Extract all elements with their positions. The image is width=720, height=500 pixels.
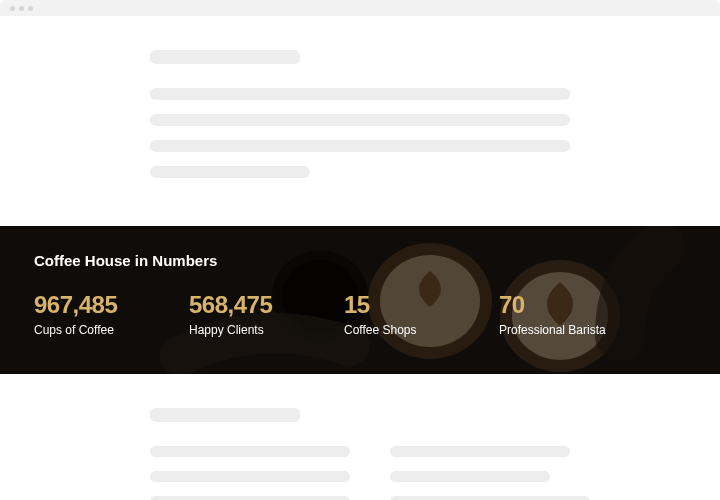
skeleton-top bbox=[0, 16, 720, 226]
stat-cups: 967,485 Cups of Coffee bbox=[34, 291, 189, 337]
stat-value: 967,485 bbox=[34, 291, 159, 319]
skeleton-line bbox=[150, 88, 570, 100]
skeleton-line bbox=[150, 114, 570, 126]
window-control-maximize[interactable] bbox=[28, 6, 33, 11]
stat-barista: 70 Professional Barista bbox=[499, 291, 636, 337]
hero-title: Coffee House in Numbers bbox=[34, 252, 686, 269]
skeleton-line bbox=[390, 496, 590, 500]
window-control-close[interactable] bbox=[10, 6, 15, 11]
stat-value: 70 bbox=[499, 291, 606, 319]
stats-row: 967,485 Cups of Coffee 568,475 Happy Cli… bbox=[34, 291, 686, 337]
stat-clients: 568,475 Happy Clients bbox=[189, 291, 344, 337]
browser-titlebar bbox=[0, 0, 720, 16]
skeleton-line bbox=[150, 471, 350, 482]
browser-frame: Coffee House in Numbers 967,485 Cups of … bbox=[0, 0, 720, 500]
skeleton-col-right bbox=[390, 408, 590, 500]
stat-value: 15 bbox=[344, 291, 469, 319]
stats-hero: Coffee House in Numbers 967,485 Cups of … bbox=[0, 226, 720, 374]
skeleton-line bbox=[150, 166, 310, 178]
stat-label: Happy Clients bbox=[189, 323, 314, 337]
skeleton-col-left bbox=[150, 408, 350, 500]
skeleton-bottom bbox=[0, 374, 720, 500]
stat-shops: 15 Coffee Shops bbox=[344, 291, 499, 337]
page-content: Coffee House in Numbers 967,485 Cups of … bbox=[0, 16, 720, 500]
stat-label: Professional Barista bbox=[499, 323, 606, 337]
skeleton-heading bbox=[150, 408, 300, 422]
stat-label: Coffee Shops bbox=[344, 323, 469, 337]
stat-label: Cups of Coffee bbox=[34, 323, 159, 337]
skeleton-line bbox=[150, 446, 350, 457]
hero-content: Coffee House in Numbers 967,485 Cups of … bbox=[0, 226, 720, 337]
skeleton-line bbox=[150, 496, 350, 500]
stat-value: 568,475 bbox=[189, 291, 314, 319]
skeleton-heading bbox=[150, 50, 300, 64]
skeleton-line bbox=[390, 471, 550, 482]
skeleton-line bbox=[390, 446, 570, 457]
skeleton-line bbox=[150, 140, 570, 152]
window-control-minimize[interactable] bbox=[19, 6, 24, 11]
